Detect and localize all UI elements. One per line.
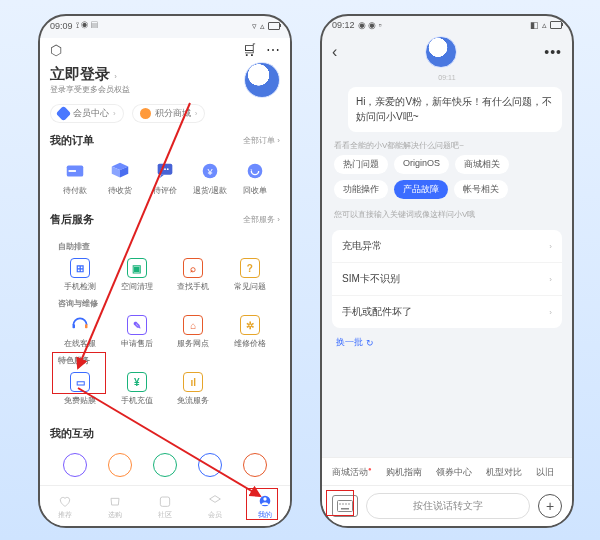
svc-store[interactable]: ⌂服务网点 xyxy=(165,315,222,349)
cart-icon[interactable]: 🛒︎ xyxy=(242,42,256,58)
svc-clean[interactable]: ▣空间清理 xyxy=(109,258,166,292)
svc-price[interactable]: ✲维修价格 xyxy=(222,315,279,349)
bot-message: Hi，亲爱的V粉，新年快乐！有什么问题，不妨问问小V吧~ xyxy=(348,87,562,132)
faq-charge[interactable]: 充电异常› xyxy=(332,230,562,263)
svg-rect-10 xyxy=(85,324,88,328)
svg-rect-14 xyxy=(338,501,353,512)
chip-fault[interactable]: 产品故障 xyxy=(394,180,448,199)
svg-rect-11 xyxy=(160,497,169,506)
svg-rect-15 xyxy=(341,508,349,510)
ia-2[interactable] xyxy=(108,453,132,477)
svg-point-8 xyxy=(248,164,263,179)
svg-rect-9 xyxy=(73,324,76,328)
tab-compare[interactable]: 机型对比 xyxy=(486,466,522,479)
svc-find[interactable]: ⌕查找手机 xyxy=(165,258,222,292)
refresh-icon: ↻ xyxy=(366,338,374,348)
svg-point-17 xyxy=(342,503,344,505)
svc-freeflow[interactable]: ıl免流服务 xyxy=(165,372,222,406)
svc-apply[interactable]: ✎申请售后 xyxy=(109,315,166,349)
faq-sim[interactable]: SIM卡不识别› xyxy=(332,263,562,296)
svg-point-19 xyxy=(348,503,350,505)
back-icon[interactable]: ‹ xyxy=(332,43,337,61)
tab-trade[interactable]: 以旧 xyxy=(536,466,554,479)
svg-point-18 xyxy=(345,503,347,505)
login-title: 立即登录 xyxy=(50,65,110,82)
svg-text:¥: ¥ xyxy=(207,167,214,177)
change-batch[interactable]: 换一批↻ xyxy=(322,334,572,351)
svg-rect-1 xyxy=(68,170,75,172)
svg-point-4 xyxy=(164,168,166,170)
ia-5[interactable] xyxy=(243,453,267,477)
nav-shop[interactable]: 选购 xyxy=(107,493,123,520)
avatar[interactable] xyxy=(244,62,280,98)
status-time: 09:09 xyxy=(50,21,73,31)
tab-activity[interactable]: 商城活动● xyxy=(332,466,372,479)
chip-mall[interactable]: 商城相关 xyxy=(455,155,509,174)
orders-title: 我的订单 xyxy=(50,133,94,148)
svc-online[interactable]: 在线客服 xyxy=(52,315,109,349)
input-bar: 按住说话转文字 + xyxy=(322,485,572,526)
order-pending-pay[interactable]: 待付款 xyxy=(52,160,97,196)
phone-left: 09:09⟟ ◉ ▤ ▿ ▵ ⬡ 🛒︎ ⋯ 立即登录 › 登录享受更多会员权益 … xyxy=(38,14,292,528)
bottom-nav: 推荐 选购 社区 会员 我的 xyxy=(40,485,290,526)
voice-input[interactable]: 按住说话转文字 xyxy=(366,493,530,519)
nav-recommend[interactable]: 推荐 xyxy=(57,493,73,520)
status-bar-r: 09:12◉ ◉ ▫ ◧ ▵ xyxy=(322,16,572,30)
order-pending-review[interactable]: 待评价 xyxy=(142,160,187,196)
svc-phone-check[interactable]: ⊞手机检测 xyxy=(52,258,109,292)
keyboard-icon[interactable] xyxy=(332,495,358,517)
svc-topup[interactable]: ¥手机充值 xyxy=(109,372,166,406)
sub-consult: 咨询与维修 xyxy=(52,296,278,311)
after-more[interactable]: 全部服务 › xyxy=(243,214,280,225)
bot-avatar xyxy=(425,36,457,68)
nav-community[interactable]: 社区 xyxy=(157,493,173,520)
quick-tabs: 商城活动● 购机指南 领券中心 机型对比 以旧 xyxy=(322,457,572,486)
nav-member[interactable]: 会员 xyxy=(207,493,223,520)
after-title: 售后服务 xyxy=(50,212,94,227)
pill-member[interactable]: 会员中心› xyxy=(50,104,124,123)
svc-film[interactable]: ▭免费贴膜 xyxy=(52,372,109,406)
battery-icon xyxy=(268,22,280,30)
status-bar: 09:09⟟ ◉ ▤ ▿ ▵ xyxy=(40,16,290,31)
tab-guide[interactable]: 购机指南 xyxy=(386,466,422,479)
sub-feature: 特色服务 xyxy=(52,353,278,368)
svg-point-16 xyxy=(339,503,341,505)
svg-point-3 xyxy=(161,168,163,170)
orders-more[interactable]: 全部订单 › xyxy=(243,135,280,146)
chip-originos[interactable]: OriginOS xyxy=(394,155,449,174)
interact-title: 我的互动 xyxy=(50,426,94,441)
settings-icon[interactable]: ⬡ xyxy=(50,42,62,58)
hint-1: 看看全能的小V都能解决什么问题吧~ xyxy=(322,136,572,155)
ia-4[interactable] xyxy=(198,453,222,477)
order-pending-ship[interactable]: 待收货 xyxy=(97,160,142,196)
ia-3[interactable] xyxy=(153,453,177,477)
msg-time: 09:11 xyxy=(322,74,572,81)
sub-selfcheck: 自助排查 xyxy=(52,239,278,254)
order-refund[interactable]: ¥退货/退款 xyxy=(188,160,233,196)
message-icon[interactable]: ⋯ xyxy=(266,42,280,58)
more-icon[interactable]: ••• xyxy=(544,44,562,60)
chip-account[interactable]: 帐号相关 xyxy=(454,180,508,199)
plus-icon[interactable]: + xyxy=(538,494,562,518)
login-row[interactable]: 立即登录 › 登录享受更多会员权益 xyxy=(40,62,290,98)
chip-hot[interactable]: 热门问题 xyxy=(334,155,388,174)
svg-point-13 xyxy=(263,497,266,500)
hint-2: 您可以直接输入关键词或像这样问小V哦 xyxy=(322,205,572,224)
login-sub: 登录享受更多会员权益 xyxy=(50,84,130,95)
order-recycle[interactable]: 回收单 xyxy=(233,160,278,196)
phone-right: 09:12◉ ◉ ▫ ◧ ▵ ‹ ••• 09:11 Hi，亲爱的V粉，新年快乐… xyxy=(320,14,574,528)
nav-mine[interactable]: 我的 xyxy=(257,493,273,520)
svg-point-5 xyxy=(167,168,169,170)
ia-1[interactable] xyxy=(63,453,87,477)
faq-broken[interactable]: 手机或配件坏了› xyxy=(332,296,562,328)
svc-faq[interactable]: ?常见问题 xyxy=(222,258,279,292)
chip-feature[interactable]: 功能操作 xyxy=(334,180,388,199)
pill-points[interactable]: 积分商城› xyxy=(132,104,206,123)
tab-coupon[interactable]: 领券中心 xyxy=(436,466,472,479)
